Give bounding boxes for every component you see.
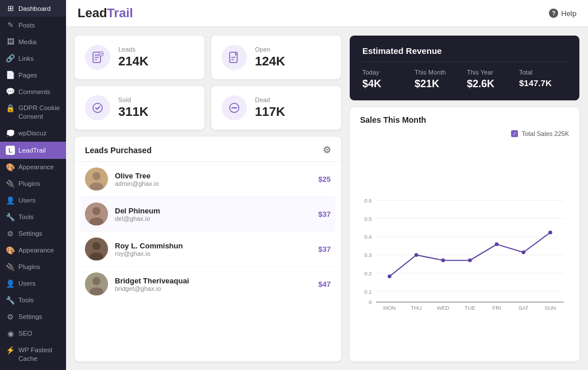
- revenue-value: $4K: [362, 78, 410, 90]
- lead-amount: $47: [318, 280, 331, 289]
- chart-point: [468, 259, 472, 263]
- lead-info: Roy L. Commishun roy@ghax.io: [115, 242, 311, 257]
- sidebar-item-label: Appearance: [18, 163, 54, 170]
- sold-value: 311K: [118, 104, 149, 119]
- stat-info-leads: Leads 214K: [118, 46, 149, 69]
- svg-text:SUN: SUN: [544, 305, 556, 311]
- sidebar-item-dashboard[interactable]: ⊞ Dashboard: [0, 0, 66, 17]
- dashboard-icon: ⊞: [6, 4, 15, 13]
- sidebar: ⊞ Dashboard ✎ Posts 🖼 Media 🔗 Links 📄 Pa…: [0, 0, 66, 370]
- sidebar-item-appearance1[interactable]: 🎨 Appearance: [0, 159, 66, 176]
- gear-icon[interactable]: ⚙: [323, 145, 331, 155]
- tools-icon: 🔧: [6, 213, 15, 221]
- chart-point: [521, 251, 525, 255]
- sidebar-item-media[interactable]: 🖼 Media: [0, 33, 66, 50]
- legend-box: ✓: [511, 130, 518, 137]
- sidebar-item-users2[interactable]: 👤 Users: [0, 275, 66, 292]
- sidebar-item-gdpr[interactable]: 🔒 GDPR Cookie Consent: [0, 100, 66, 125]
- tools2-icon: 🔧: [6, 296, 15, 305]
- sidebar-item-settings1[interactable]: ⚙ Settings: [0, 225, 66, 242]
- sidebar-item-seo[interactable]: ◉ SEO: [0, 325, 66, 342]
- list-item: Bridget Theriveaquai bridget@ghax.io $47: [80, 267, 335, 301]
- dead-icon: [222, 95, 247, 120]
- sidebar-item-label: Comments: [18, 88, 51, 95]
- svg-text:0.1: 0.1: [365, 289, 372, 295]
- sidebar-item-plugins2[interactable]: 🔌 Plugins: [0, 259, 66, 275]
- posts-icon: ✎: [6, 21, 15, 29]
- sidebar-item-label: Settings: [18, 313, 42, 320]
- links-icon: 🔗: [6, 54, 15, 63]
- lead-info: Bridget Theriveaquai bridget@ghax.io: [115, 276, 311, 292]
- lead-info: Del Phineum del@ghax.io: [115, 207, 311, 222]
- leads-purchased-header: Leads Purchased ⚙: [75, 137, 341, 162]
- list-item: Del Phineum del@ghax.io $37: [80, 197, 335, 232]
- sidebar-item-label: Plugins: [18, 263, 40, 270]
- sidebar-item-label: Settings: [18, 230, 42, 237]
- users-icon: 👤: [6, 196, 15, 205]
- sidebar-item-label: wpDiscuz: [18, 130, 47, 137]
- chart-point: [441, 259, 445, 263]
- svg-text:0.6: 0.6: [365, 198, 372, 204]
- lead-email: admin@ghax.io: [115, 180, 311, 187]
- sidebar-item-users1[interactable]: 👤 Users: [0, 192, 66, 209]
- lead-name: Olive Tree: [115, 172, 311, 180]
- seo-icon: ◉: [6, 329, 15, 338]
- sidebar-item-label: WP Fastest Cache: [18, 346, 60, 363]
- svg-text:0.4: 0.4: [365, 235, 372, 240]
- main-content: LeadTrail ? Help: [66, 0, 588, 370]
- chart-point: [415, 253, 419, 257]
- leads-purchased-card: Leads Purchased ⚙ Olive Tr: [75, 137, 341, 361]
- lead-name: Del Phineum: [115, 207, 311, 215]
- svg-text:MON: MON: [383, 305, 396, 311]
- chart-point: [495, 243, 499, 247]
- help-label: Help: [561, 9, 577, 18]
- sidebar-item-label: Tools: [18, 297, 34, 303]
- sidebar-item-tools1[interactable]: 🔧 Tools: [0, 209, 66, 225]
- open-label: Open: [255, 46, 285, 53]
- sidebar-item-comments[interactable]: 💬 Comments: [0, 83, 66, 100]
- sidebar-item-wpfastest[interactable]: ⚡ WP Fastest Cache: [0, 342, 66, 367]
- sidebar-item-label: Media: [18, 38, 36, 45]
- svg-text:0.2: 0.2: [365, 271, 372, 276]
- sidebar-item-wpdiscuz[interactable]: 💭 wpDiscuz: [0, 125, 66, 142]
- svg-point-21: [92, 277, 100, 285]
- lead-amount: $37: [318, 210, 331, 219]
- sidebar-item-label: Appearance: [18, 247, 54, 254]
- avatar: [85, 272, 108, 295]
- lead-amount: $37: [318, 245, 331, 254]
- sidebar-item-label: Tools: [18, 213, 34, 220]
- sidebar-item-leadtrail[interactable]: L LeadTrail: [0, 142, 66, 159]
- sidebar-item-plugins1[interactable]: 🔌 Plugins: [0, 176, 66, 192]
- legend-label: Total Sales 225K: [521, 130, 569, 137]
- sidebar-item-settings2[interactable]: ⚙ Settings: [0, 309, 66, 325]
- chart-point: [388, 275, 392, 279]
- sidebar-item-appearance2[interactable]: 🎨 Appearance: [0, 242, 66, 259]
- sidebar-item-links[interactable]: 🔗 Links: [0, 50, 66, 67]
- chart-line: [389, 232, 550, 276]
- gdpr-icon: 🔒: [6, 104, 15, 112]
- sidebar-item-posts[interactable]: ✎ Posts: [0, 17, 66, 33]
- svg-text:THU: THU: [411, 305, 421, 311]
- dashboard-body: Leads 214K Open: [66, 27, 588, 370]
- sidebar-item-collapse[interactable]: ◀ Collapse menu: [0, 367, 66, 370]
- lead-email: del@ghax.io: [115, 215, 311, 222]
- stat-card-dead: Dead 117K: [211, 86, 341, 130]
- sidebar-item-pages[interactable]: 📄 Pages: [0, 67, 66, 83]
- chart-title: Sales This Month: [360, 115, 569, 124]
- stat-info-sold: Sold 311K: [118, 96, 149, 119]
- chart-svg: 0.6 0.5 0.4 0.3 0.2 0.1 0: [360, 141, 569, 353]
- leads-value: 214K: [118, 54, 149, 69]
- svg-point-12: [92, 172, 100, 180]
- dead-value: 117K: [255, 104, 285, 119]
- avatar: [85, 168, 108, 190]
- sidebar-item-tools2[interactable]: 🔧 Tools: [0, 292, 66, 309]
- leads-list: Olive Tree admin@ghax.io $25: [75, 162, 341, 361]
- open-value: 124K: [255, 54, 285, 69]
- stat-card-leads: Leads 214K: [75, 36, 204, 79]
- leads-purchased-title: Leads Purchased: [85, 146, 152, 155]
- media-icon: 🖼: [6, 37, 15, 46]
- help-icon: ?: [549, 9, 558, 18]
- sidebar-item-label: Users: [18, 280, 36, 287]
- help-button[interactable]: ? Help: [549, 9, 577, 18]
- stats-row: Leads 214K Open: [75, 36, 341, 130]
